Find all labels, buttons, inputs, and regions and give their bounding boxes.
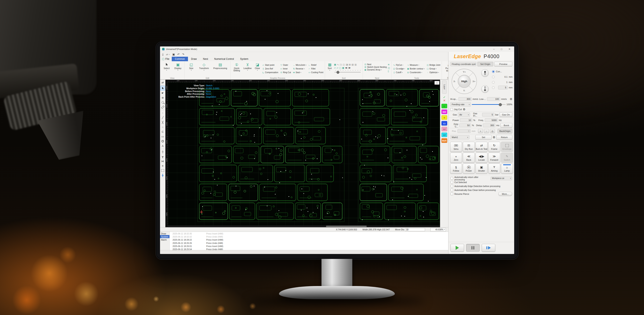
graphic-cooling-point[interactable]: ▭Cooling Point bbox=[308, 71, 323, 74]
z-up-button[interactable] bbox=[481, 69, 489, 77]
position-target-button[interactable]: ◎ bbox=[490, 129, 495, 133]
resume-button[interactable] bbox=[482, 244, 495, 252]
frequency-input[interactable]: 5000 bbox=[485, 118, 498, 122]
nesting-canvas[interactable] bbox=[168, 82, 440, 227]
select-button[interactable]: Select▾ bbox=[162, 62, 172, 77]
set-origin-button[interactable]: Set Origin bbox=[478, 62, 494, 66]
layer-l3[interactable]: L3 bbox=[442, 132, 447, 137]
custom-step-input[interactable]: 5 bbox=[498, 86, 508, 90]
graphic-start-point[interactable]: ▱Start point bbox=[262, 63, 278, 67]
maximize-button[interactable]: □ bbox=[501, 48, 502, 50]
point-tool[interactable]: ◦ bbox=[160, 110, 165, 115]
leadline-button[interactable]: ⊻ Leadline▾ bbox=[242, 62, 253, 77]
simu-button[interactable]: SIMSimu bbox=[450, 142, 462, 152]
speed-settings-gear-icon[interactable]: ⚙ bbox=[510, 98, 512, 100]
canvas-horizontal-scrollbar[interactable] bbox=[168, 226, 440, 227]
coordinate-system-select[interactable]: Floating coordinate syst∨ bbox=[450, 62, 476, 66]
tab-common[interactable]: Common bbox=[172, 57, 188, 61]
move-distance-input[interactable] bbox=[405, 228, 425, 231]
automatically-return-after-processing-checkbox[interactable] bbox=[450, 177, 453, 180]
arc-tool[interactable]: C bbox=[160, 130, 165, 134]
forward-button[interactable]: ≫Forward bbox=[488, 153, 500, 163]
workpiece-zero-select[interactable]: Workpiece ze∨ bbox=[490, 176, 512, 180]
save-file-icon[interactable]: ▣ bbox=[172, 53, 175, 56]
open-file-icon[interactable]: ▱ ∨ bbox=[166, 53, 170, 56]
new-file-icon[interactable]: ▯ bbox=[162, 53, 164, 56]
position-input[interactable]: 0 bbox=[458, 129, 470, 133]
sort-slider-thumb[interactable] bbox=[336, 71, 339, 74]
sort-option-icon[interactable]: ≪ bbox=[345, 67, 348, 69]
follow-button[interactable]: §Follow bbox=[450, 164, 462, 174]
radio-continuous[interactable] bbox=[492, 70, 495, 73]
size-button[interactable]: ◱ Size▾ bbox=[186, 62, 196, 77]
nest-sketch-quick-nesting[interactable]: ⊞Sketch Quick Nesting bbox=[364, 66, 387, 68]
spray-tool[interactable]: ✳ bbox=[160, 164, 165, 168]
circle-tool[interactable]: ○ bbox=[160, 125, 165, 129]
layer-l1[interactable]: L1 bbox=[442, 121, 447, 126]
resume-pierce-checkbox[interactable] bbox=[450, 192, 453, 195]
sort-option-icon[interactable]: ▢ bbox=[339, 67, 341, 69]
automatically-edge-detection-before-processing-checkbox[interactable] bbox=[450, 185, 453, 188]
back-button[interactable]: ≪Back bbox=[463, 153, 475, 163]
layer-l2[interactable]: L2 bbox=[442, 127, 447, 131]
quick-setting-button[interactable]: ① Quick Setting bbox=[232, 62, 241, 77]
high-speed-input[interactable]: 300 bbox=[458, 97, 472, 101]
lamp-button[interactable]: ☼Lamp bbox=[501, 164, 513, 174]
sort-option-icon[interactable]: ▧ bbox=[352, 64, 354, 66]
tool-border-contour[interactable]: ▣Border contour▾ bbox=[407, 67, 425, 70]
tab-numerical-control[interactable]: Numerical Control bbox=[211, 57, 237, 61]
sort-option-icon[interactable]: ◫ bbox=[343, 64, 345, 66]
layer-s[interactable]: S bbox=[442, 115, 447, 120]
low-speed-input[interactable]: 100 bbox=[487, 97, 500, 101]
graphic-microjoint[interactable]: ↔MicroJoint▾ bbox=[293, 63, 306, 67]
radio-0.1mm[interactable] bbox=[492, 76, 495, 78]
frame-button[interactable]: ↻Frame bbox=[488, 142, 500, 152]
tool-cutoff[interactable]: ▯Cutoff▾ bbox=[393, 71, 405, 74]
jog-pad[interactable]: High Y+ Y- X- X+ bbox=[451, 68, 477, 94]
feeding-rate-slider-thumb[interactable] bbox=[499, 103, 502, 106]
step-0.1mm-option[interactable]: 0.1mm bbox=[492, 74, 512, 80]
log-tab-system[interactable]: System bbox=[160, 235, 170, 238]
tool-measure[interactable]: ¬Measure▾ bbox=[407, 63, 425, 67]
position-plus-button[interactable]: + bbox=[478, 129, 483, 133]
layer-mid[interactable]: Mid bbox=[442, 110, 447, 114]
aiming-button[interactable]: ▼Aiming bbox=[488, 164, 500, 174]
tab-file[interactable]: File bbox=[160, 57, 172, 61]
zero-button[interactable]: +Zero bbox=[450, 153, 462, 163]
nest-dynamic-array[interactable]: ▦Dynamic Array▾ bbox=[364, 69, 387, 71]
zoom-tool[interactable] bbox=[160, 100, 165, 104]
step-1mm-option[interactable]: 1mm bbox=[492, 80, 512, 85]
node-tool[interactable]: ┼ bbox=[160, 150, 165, 154]
tool-countersink[interactable]: ◘Countersink▾ bbox=[407, 71, 425, 74]
feeding-rate-slider[interactable] bbox=[472, 103, 506, 106]
tee-tool[interactable]: ┳ bbox=[160, 154, 165, 159]
tool-group[interactable]: ▢Group▾ bbox=[427, 67, 440, 70]
select-tool[interactable] bbox=[160, 86, 165, 90]
sort-option-icon[interactable]: ▦ bbox=[334, 64, 336, 66]
locate-button[interactable]: ◀|▶Locate bbox=[476, 153, 488, 163]
zoom-level-select[interactable]: 49.838%▾ bbox=[430, 228, 446, 231]
layer-check-icon[interactable]: ✓ bbox=[443, 95, 446, 99]
gas-on-button[interactable]: Gas On bbox=[500, 112, 512, 117]
clear-button[interactable]: ◪ Clear▾ bbox=[254, 62, 261, 77]
pause-button[interactable] bbox=[466, 244, 480, 252]
position-minus-button[interactable]: − bbox=[484, 129, 489, 133]
layer-cross-icon[interactable]: ✕ bbox=[443, 99, 446, 102]
graphic-zero-ref[interactable]: ┼Zero Ref bbox=[262, 67, 278, 70]
bowtie-tool[interactable]: ⋈ bbox=[160, 159, 165, 163]
nest-side-icon-2[interactable]: ▯ bbox=[388, 70, 390, 72]
start-button[interactable] bbox=[450, 244, 464, 252]
jog-cut-gear-icon[interactable]: ⚙ bbox=[463, 108, 466, 111]
tab-nest[interactable]: Nest bbox=[200, 57, 211, 61]
tab-system[interactable]: System bbox=[237, 57, 252, 61]
gas-pressure-input[interactable]: 5 bbox=[482, 113, 494, 116]
sort-option-icon[interactable]: ◳ bbox=[340, 64, 342, 66]
sort-option-icon[interactable]: ▤ bbox=[348, 64, 351, 66]
burst-button[interactable]: Burst bbox=[500, 123, 512, 128]
radio-1mm[interactable] bbox=[492, 81, 495, 84]
sort-option-icon[interactable]: ∿ bbox=[337, 64, 339, 66]
sort-option-icon[interactable]: ▥ bbox=[354, 64, 356, 66]
graphic-fillet[interactable]: ⌐Fillet bbox=[308, 67, 323, 70]
cut-selected-checkbox[interactable] bbox=[450, 181, 453, 184]
delay-input[interactable]: 300 bbox=[483, 124, 495, 127]
